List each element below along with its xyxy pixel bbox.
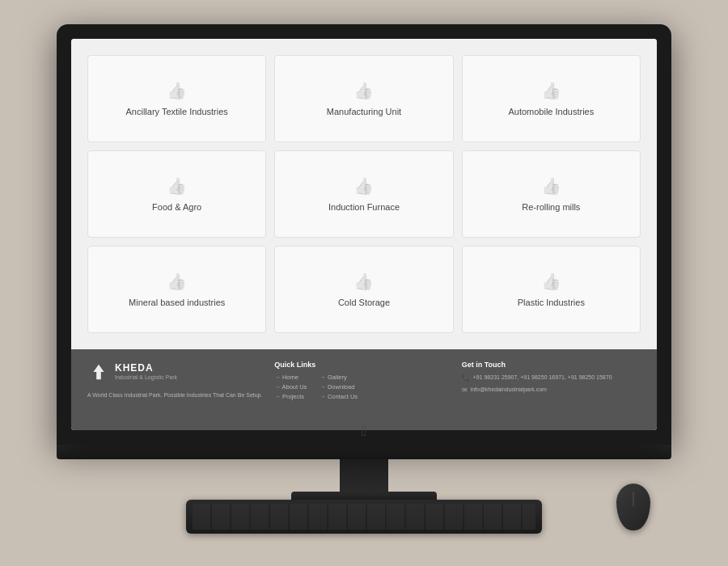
industry-label: Ancillary Textile Industries (125, 107, 227, 116)
industry-card-automobile[interactable]: 👍Automobile Industries (462, 55, 641, 142)
thumbs-up-icon: 👍 (167, 81, 187, 100)
brand-description: A World Class Industrial Park. Possible … (87, 391, 266, 399)
apple-logo:  (362, 423, 367, 440)
industry-card-induction-furnace[interactable]: 👍Induction Furnace (274, 150, 453, 238)
keyboard (186, 500, 542, 534)
industry-card-manufacturing-unit[interactable]: 👍Manufacturing Unit (274, 55, 453, 142)
link-gallery[interactable]: Gallery (320, 374, 358, 381)
thumbs-up-icon: 👍 (353, 81, 374, 100)
quick-links-left: Home About Us Projects (274, 374, 307, 400)
monitor-neck (340, 459, 388, 492)
quick-links-right: Gallery Download Contact Us (320, 374, 358, 400)
thumbs-up-icon: 👍 (353, 176, 374, 196)
thumbs-up-icon: 👍 (167, 176, 187, 196)
contact-email: info@khedaindustrialpark.com (471, 386, 547, 394)
contact-phone: +91 98231 25907, +91 98250 16971, +91 98… (473, 374, 612, 382)
link-about[interactable]: About Us (274, 383, 307, 391)
brand-subtitle: Industrial & Logistic Park (115, 374, 177, 381)
thumbs-up-icon: 👍 (541, 81, 561, 100)
quick-links-heading: Quick Links (274, 361, 453, 369)
monitor-chin (57, 445, 671, 459)
industry-label: Automobile Industries (508, 107, 594, 116)
monitor-screen: 👍Ancillary Textile Industries👍Manufactur… (71, 39, 657, 430)
monitor-wrapper: 👍Ancillary Textile Industries👍Manufactur… (49, 24, 679, 542)
monitor-body: 👍Ancillary Textile Industries👍Manufactur… (57, 24, 671, 445)
industry-card-plastic-industries[interactable]: 👍Plastic Industries (462, 246, 641, 333)
link-download[interactable]: Download (320, 383, 358, 391)
mouse (616, 484, 650, 530)
contact-phone-item: 📞 +91 98231 25907, +91 98250 16971, +91 … (462, 374, 641, 382)
link-contact[interactable]: Contact Us (320, 393, 358, 400)
industry-label: Plastic Industries (518, 298, 585, 307)
footer-contact: Get in Touch 📞 +91 98231 25907, +91 9825… (462, 361, 641, 419)
brand-name: KHEDA (115, 362, 177, 374)
thumbs-up-icon: 👍 (541, 176, 561, 196)
industry-card-re-rolling-mills[interactable]: 👍Re-rolling mills (462, 150, 641, 238)
industry-label: Induction Furnace (328, 202, 400, 212)
thumbs-up-icon: 👍 (353, 272, 374, 291)
link-home[interactable]: Home (274, 374, 307, 381)
industry-card-ancillary-textile[interactable]: 👍Ancillary Textile Industries (87, 55, 266, 142)
footer: KHEDA Industrial & Logistic Park A World… (71, 349, 657, 430)
industry-card-cold-storage[interactable]: 👍Cold Storage (274, 246, 453, 333)
industry-label: Re-rolling mills (522, 202, 580, 212)
footer-quick-links: Quick Links Home About Us Projects Galle… (274, 361, 453, 419)
footer-brand: KHEDA Industrial & Logistic Park A World… (87, 361, 266, 419)
contact-email-item: ✉ info@khedaindustrialpark.com (462, 386, 641, 394)
industry-card-food-agro[interactable]: 👍Food & Agro (87, 150, 266, 238)
brand-logo: KHEDA Industrial & Logistic Park (87, 361, 266, 383)
thumbs-up-icon: 👍 (167, 272, 187, 291)
email-icon: ✉ (462, 386, 468, 394)
brand-logo-icon (87, 361, 110, 383)
link-projects[interactable]: Projects (274, 393, 307, 400)
industry-label: Cold Storage (338, 298, 390, 307)
phone-icon: 📞 (462, 374, 470, 382)
contact-heading: Get in Touch (462, 361, 641, 369)
thumbs-up-icon: 👍 (541, 272, 561, 291)
industry-label: Food & Agro (152, 202, 201, 212)
industry-label: Mineral based industries (129, 298, 225, 307)
industries-grid: 👍Ancillary Textile Industries👍Manufactur… (71, 39, 657, 349)
industry-label: Manufacturing Unit (327, 107, 401, 116)
industry-card-mineral-based[interactable]: 👍Mineral based industries (87, 246, 266, 333)
